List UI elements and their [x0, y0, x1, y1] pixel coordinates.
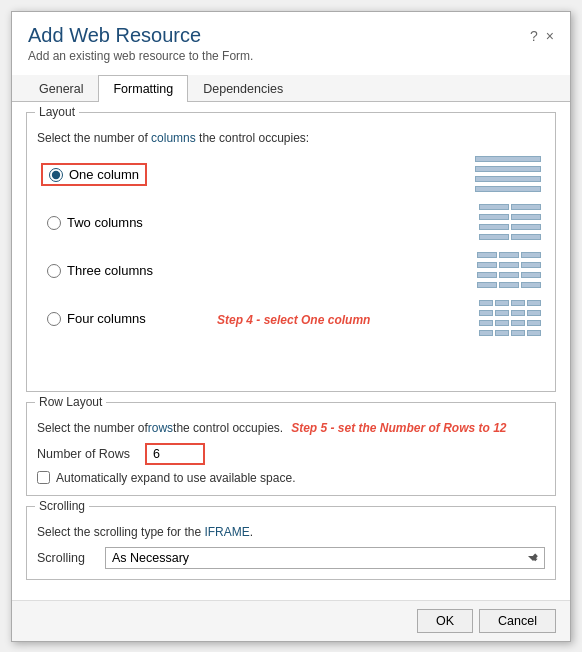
auto-expand-row: Automatically expand to use available sp…	[37, 471, 545, 485]
scrolling-label: Scrolling	[37, 551, 97, 565]
num-rows-label: Number of Rows	[37, 447, 137, 461]
row-desc-post: the control occupies.	[173, 421, 283, 435]
scrolling-select[interactable]: As Necessary Always Never	[105, 547, 545, 569]
auto-expand-checkbox[interactable]	[37, 471, 50, 484]
option-three-columns: Three columns	[37, 249, 545, 293]
dialog-subtitle: Add an existing web resource to the Form…	[28, 49, 253, 63]
row-layout-legend: Row Layout	[35, 395, 106, 409]
radio-two-columns[interactable]	[47, 216, 61, 230]
close-icon[interactable]: ×	[546, 28, 554, 44]
num-rows-input[interactable]	[145, 443, 205, 465]
row-layout-section: Row Layout Select the number of rows the…	[26, 402, 556, 496]
dialog-header: Add Web Resource Add an existing web res…	[12, 12, 570, 67]
three-col-icon	[477, 252, 541, 290]
row-desc-highlight: rows	[148, 421, 173, 435]
option-two-columns: Two columns	[37, 201, 545, 245]
dialog-title-area: Add Web Resource Add an existing web res…	[28, 24, 253, 63]
four-col-icon	[479, 300, 541, 338]
layout-section: Layout Select the number of columns the …	[26, 112, 556, 392]
two-col-icon	[479, 204, 541, 242]
one-column-selected: One column	[41, 163, 147, 186]
one-column-label: One column	[69, 167, 139, 182]
layout-description: Select the number of columns the control…	[37, 131, 545, 145]
tab-dependencies[interactable]: Dependencies	[188, 75, 298, 102]
dialog: Add Web Resource Add an existing web res…	[11, 11, 571, 642]
cancel-button[interactable]: Cancel	[479, 609, 556, 633]
scrolling-desc-post: .	[250, 525, 253, 539]
tab-general[interactable]: General	[24, 75, 98, 102]
option-one-column: One column	[37, 153, 545, 197]
scrolling-select-wrap: As Necessary Always Never ⬍	[105, 547, 545, 569]
step5-label: Step 5 - set the Number of Rows to 12	[291, 421, 506, 435]
ok-button[interactable]: OK	[417, 609, 473, 633]
auto-expand-label: Automatically expand to use available sp…	[56, 471, 295, 485]
radio-three-columns[interactable]	[47, 264, 61, 278]
layout-legend: Layout	[35, 105, 79, 119]
layout-desc-pre: Select the number of	[37, 131, 151, 145]
column-options: One column Two columns	[37, 153, 545, 341]
radio-four-columns[interactable]	[47, 312, 61, 326]
two-columns-label: Two columns	[67, 215, 143, 230]
scrolling-description: Select the scrolling type for the IFRAME…	[37, 525, 545, 539]
radio-one-column[interactable]	[49, 168, 63, 182]
tabs-bar: General Formatting Dependencies	[12, 75, 570, 102]
row-layout-description: Select the number of rows the control oc…	[37, 421, 545, 435]
two-column-left: Two columns	[41, 213, 149, 232]
scrolling-legend: Scrolling	[35, 499, 89, 513]
dialog-footer: OK Cancel	[12, 600, 570, 641]
layout-desc-post: the control occupies:	[196, 131, 309, 145]
scrolling-section: Scrolling Select the scrolling type for …	[26, 506, 556, 580]
step4-label: Step 4 - select One column	[217, 313, 370, 327]
one-col-icon	[475, 156, 541, 194]
dialog-title: Add Web Resource	[28, 24, 253, 47]
tab-formatting[interactable]: Formatting	[98, 75, 188, 102]
row-controls: Number of Rows	[37, 443, 545, 465]
help-icon[interactable]: ?	[530, 28, 538, 44]
dialog-header-icons: ? ×	[530, 28, 554, 44]
dialog-body: Layout Select the number of columns the …	[12, 102, 570, 600]
layout-desc-highlight: columns	[151, 131, 196, 145]
scrolling-desc-highlight: IFRAME	[204, 525, 249, 539]
scrolling-row: Scrolling As Necessary Always Never ⬍	[37, 547, 545, 569]
scrolling-desc-pre: Select the scrolling type for the	[37, 525, 204, 539]
three-column-left: Three columns	[41, 261, 159, 280]
four-column-left: Four columns	[41, 309, 152, 328]
three-columns-label: Three columns	[67, 263, 153, 278]
four-columns-label: Four columns	[67, 311, 146, 326]
row-desc-pre: Select the number of	[37, 421, 148, 435]
